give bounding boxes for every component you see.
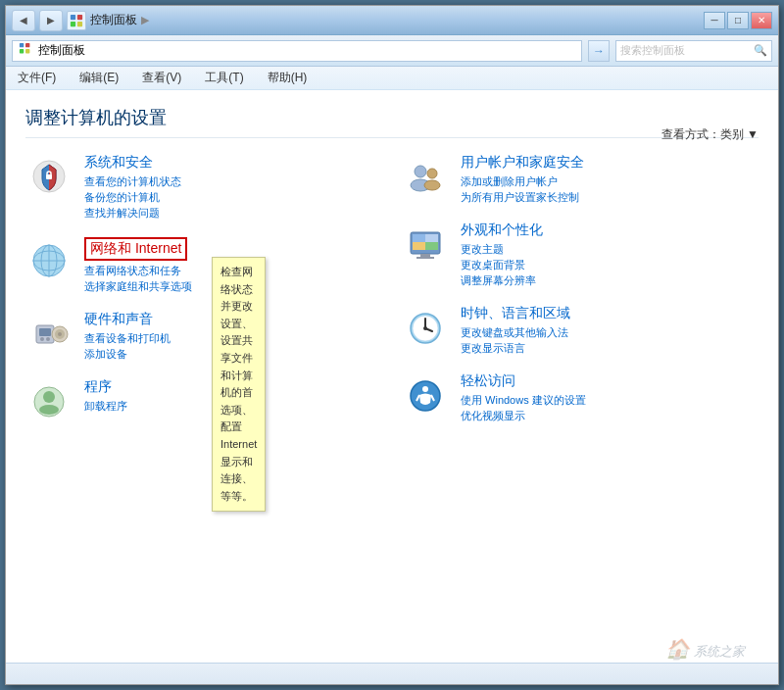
- system-security-sub2[interactable]: 备份您的计算机: [84, 190, 181, 205]
- menubar: 文件(F) 编辑(E) 查看(V) 工具(T) 帮助(H): [6, 67, 778, 90]
- system-security-title[interactable]: 系统和安全: [84, 154, 181, 172]
- network-sub2[interactable]: 选择家庭组和共享选项: [84, 279, 192, 294]
- panel-appearance: 外观和个性化 更改主题 更改桌面背景 调整屏幕分辨率: [402, 222, 759, 289]
- panel-ease-access: 轻松访问 使用 Windows 建议的设置 优化视频显示: [402, 372, 759, 424]
- appearance-sub2[interactable]: 更改桌面背景: [461, 258, 543, 272]
- network-tooltip: 检查网络状态并更改设置、设置共享文件和计算机的首选项、配置 Internet 显…: [212, 257, 266, 512]
- user-accounts-sub1[interactable]: 添加或删除用户帐户: [461, 174, 584, 189]
- programs-text: 程序 卸载程序: [84, 378, 127, 425]
- hardware-sound-icon: [25, 311, 73, 358]
- view-mode-dropdown-icon[interactable]: ▼: [747, 127, 759, 141]
- hardware-sound-text: 硬件和声音 查看设备和打印机 添加设备: [84, 311, 171, 363]
- user-accounts-title[interactable]: 用户帐户和家庭安全: [461, 154, 584, 172]
- network-sub1[interactable]: 查看网络状态和任务: [84, 264, 192, 278]
- watermark-icon: 🏠: [665, 638, 690, 660]
- menu-tools[interactable]: 工具(T): [201, 68, 247, 88]
- user-accounts-icon: [402, 154, 449, 201]
- clock-sub2[interactable]: 更改显示语言: [461, 341, 570, 356]
- panel-programs: 程序 卸载程序: [25, 378, 382, 425]
- programs-sub1[interactable]: 卸载程序: [84, 399, 127, 414]
- panel-system-security: 系统和安全 查看您的计算机状态 备份您的计算机 查找并解决问题: [25, 154, 382, 222]
- main-content: 调整计算机的设置 查看方式：类别 ▼: [6, 90, 778, 663]
- hardware-sound-title[interactable]: 硬件和声音: [84, 311, 171, 328]
- appearance-icon: [402, 222, 449, 269]
- system-security-text: 系统和安全 查看您的计算机状态 备份您的计算机 查找并解决问题: [84, 154, 181, 222]
- svg-point-26: [415, 166, 426, 177]
- titlebar-title: 控制面板: [90, 12, 137, 28]
- appearance-text: 外观和个性化 更改主题 更改桌面背景 调整屏幕分辨率: [461, 222, 543, 289]
- clock-language-text: 时钟、语言和区域 更改键盘或其他输入法 更改显示语言: [461, 305, 570, 357]
- system-security-sub1[interactable]: 查看您的计算机状态: [84, 174, 181, 189]
- ease-access-sub1[interactable]: 使用 Windows 建议的设置: [461, 393, 586, 408]
- user-accounts-text: 用户帐户和家庭安全 添加或删除用户帐户 为所有用户设置家长控制: [461, 154, 584, 206]
- menu-edit[interactable]: 编辑(E): [75, 68, 122, 88]
- programs-title[interactable]: 程序: [84, 378, 127, 396]
- svg-point-19: [46, 337, 50, 341]
- maximize-button[interactable]: □: [727, 12, 749, 29]
- svg-rect-36: [416, 257, 434, 259]
- svg-rect-2: [71, 21, 75, 25]
- page-title: 调整计算机的设置: [25, 106, 759, 138]
- search-icon: 🔍: [754, 44, 767, 57]
- titlebar: ◀ ▶ 控制面板 ▶ ─ □ ✕: [6, 6, 778, 35]
- ease-access-text: 轻松访问 使用 Windows 建议的设置 优化视频显示: [461, 372, 586, 424]
- search-box[interactable]: 搜索控制面板 🔍: [615, 40, 772, 62]
- menu-help[interactable]: 帮助(H): [264, 68, 312, 88]
- svg-rect-32: [413, 234, 425, 242]
- svg-rect-3: [77, 21, 82, 25]
- view-mode[interactable]: 查看方式：类别 ▼: [662, 126, 759, 143]
- hardware-sub1[interactable]: 查看设备和打印机: [84, 331, 171, 346]
- watermark: 🏠 系统之家: [665, 637, 745, 661]
- svg-point-22: [58, 332, 62, 336]
- network-internet-text: 网络和 Internet 查看网络状态和任务 选择家庭组和共享选项 检查网络状态…: [84, 237, 192, 295]
- right-panels: 用户帐户和家庭安全 添加或删除用户帐户 为所有用户设置家长控制: [402, 154, 759, 441]
- panel-user-accounts: 用户帐户和家庭安全 添加或删除用户帐户 为所有用户设置家长控制: [402, 154, 759, 206]
- titlebar-left: ◀ ▶ 控制面板 ▶: [12, 10, 149, 31]
- address-field[interactable]: 控制面板: [12, 40, 582, 62]
- svg-rect-6: [20, 49, 24, 53]
- minimize-button[interactable]: ─: [704, 12, 725, 29]
- svg-point-18: [40, 337, 44, 341]
- address-path: 控制面板: [38, 42, 85, 59]
- search-placeholder: 搜索控制面板: [620, 43, 685, 58]
- watermark-text: 系统之家: [694, 644, 745, 659]
- appearance-title[interactable]: 外观和个性化: [461, 222, 543, 239]
- svg-point-24: [43, 391, 55, 403]
- network-internet-title[interactable]: 网络和 Internet: [84, 237, 187, 261]
- svg-rect-4: [20, 43, 24, 47]
- menu-file[interactable]: 文件(F): [14, 68, 60, 88]
- panels-container: 系统和安全 查看您的计算机状态 备份您的计算机 查找并解决问题: [25, 154, 759, 441]
- svg-rect-1: [77, 14, 82, 19]
- panel-network-internet: 网络和 Internet 查看网络状态和任务 选择家庭组和共享选项 检查网络状态…: [25, 237, 382, 295]
- close-button[interactable]: ✕: [751, 12, 772, 29]
- system-security-sub3[interactable]: 查找并解决问题: [84, 206, 181, 221]
- svg-point-43: [422, 386, 428, 392]
- svg-point-28: [427, 169, 437, 178]
- clock-language-title[interactable]: 时钟、语言和区域: [461, 305, 570, 322]
- hardware-sub2[interactable]: 添加设备: [84, 347, 171, 362]
- svg-rect-7: [25, 49, 29, 53]
- svg-rect-17: [39, 328, 51, 336]
- menu-view[interactable]: 查看(V): [138, 68, 185, 88]
- clock-sub1[interactable]: 更改键盘或其他输入法: [461, 325, 570, 340]
- appearance-sub3[interactable]: 调整屏幕分辨率: [461, 273, 543, 288]
- panel-hardware-sound: 硬件和声音 查看设备和打印机 添加设备: [25, 311, 382, 363]
- statusbar: [6, 663, 778, 684]
- view-mode-label: 查看方式：类别: [662, 127, 744, 141]
- svg-rect-34: [425, 242, 438, 250]
- addressbar: 控制面板 → 搜索控制面板 🔍: [6, 35, 778, 67]
- svg-point-29: [424, 180, 440, 190]
- tooltip-text: 检查网络状态并更改设置、设置共享文件和计算机的首选项、配置 Internet 显…: [220, 266, 257, 502]
- left-panels: 系统和安全 查看您的计算机状态 备份您的计算机 查找并解决问题: [25, 154, 382, 441]
- titlebar-controls: ─ □ ✕: [704, 12, 772, 29]
- back-button[interactable]: ◀: [12, 10, 35, 31]
- ease-access-sub2[interactable]: 优化视频显示: [461, 409, 586, 423]
- appearance-sub1[interactable]: 更改主题: [461, 242, 543, 257]
- go-button[interactable]: →: [588, 40, 610, 62]
- programs-icon: [25, 378, 73, 425]
- main-window: ◀ ▶ 控制面板 ▶ ─ □ ✕: [5, 5, 779, 685]
- ease-access-title[interactable]: 轻松访问: [461, 372, 586, 390]
- user-accounts-sub2[interactable]: 为所有用户设置家长控制: [461, 190, 584, 205]
- forward-button[interactable]: ▶: [39, 10, 63, 31]
- control-panel-icon: [67, 11, 86, 30]
